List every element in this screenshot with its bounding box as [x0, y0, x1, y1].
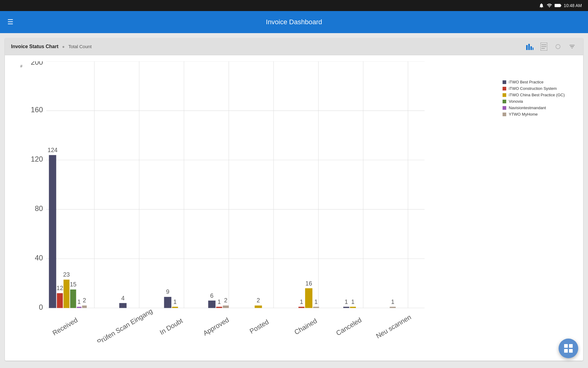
- chart-card: Invoice Status Chart ● Total Count: [5, 38, 583, 361]
- battery-icon: [555, 3, 561, 8]
- list-view-button[interactable]: [539, 42, 549, 52]
- svg-text:1: 1: [315, 298, 318, 305]
- title-separator: ●: [62, 44, 65, 49]
- legend-item-1: iTWO Construction System: [503, 86, 565, 91]
- svg-text:200: 200: [31, 61, 43, 66]
- svg-text:15: 15: [70, 281, 77, 288]
- svg-text:2: 2: [83, 297, 86, 304]
- clock: 10:48 AM: [564, 3, 582, 8]
- y-axis-hash-label: #: [20, 64, 22, 68]
- svg-rect-77: [503, 80, 506, 84]
- svg-rect-49: [172, 307, 178, 308]
- svg-rect-78: [503, 87, 506, 90]
- svg-rect-52: [208, 301, 216, 308]
- svg-text:160: 160: [31, 105, 43, 114]
- svg-text:0: 0: [39, 303, 43, 311]
- chart-header-right: [525, 42, 577, 52]
- legend-label-5: YTWO MyHome: [509, 112, 538, 117]
- svg-text:1: 1: [391, 298, 394, 305]
- svg-text:40: 40: [35, 254, 43, 262]
- svg-text:6: 6: [210, 292, 213, 299]
- svg-rect-66: [313, 307, 319, 308]
- svg-text:Approved: Approved: [202, 316, 230, 337]
- legend-item-4: Navisiontestmandant: [503, 105, 565, 110]
- svg-rect-81: [503, 106, 506, 110]
- svg-text:124: 124: [47, 147, 58, 153]
- main-content: Invoice Status Chart ● Total Count: [0, 33, 588, 368]
- notification-icon: [539, 3, 544, 8]
- svg-rect-5: [533, 48, 533, 50]
- svg-rect-64: [305, 288, 312, 308]
- legend-label-3: Vonovia: [509, 99, 523, 104]
- svg-text:4: 4: [121, 294, 125, 301]
- svg-text:120: 120: [31, 155, 43, 163]
- wifi-icon: [547, 3, 552, 8]
- svg-rect-39: [77, 307, 81, 308]
- chart-area: #: [5, 55, 583, 361]
- svg-text:Neu scannen: Neu scannen: [375, 313, 413, 340]
- legend-item-5: YTWO MyHome: [503, 112, 565, 117]
- bar-chart-view-button[interactable]: [525, 42, 535, 52]
- legend-label-0: iTWO Best Practice: [509, 80, 543, 84]
- svg-rect-2: [526, 45, 528, 50]
- svg-rect-79: [503, 93, 506, 97]
- dot-button[interactable]: [553, 42, 563, 52]
- svg-text:23: 23: [63, 271, 70, 278]
- legend-label-2: iTWO China Best Practice (GC): [509, 93, 565, 97]
- svg-text:80: 80: [35, 204, 43, 213]
- svg-rect-71: [350, 307, 356, 308]
- svg-rect-62: [299, 307, 305, 308]
- svg-rect-74: [390, 307, 396, 308]
- legend-label-1: iTWO Construction System: [509, 86, 557, 91]
- svg-rect-4: [530, 46, 532, 50]
- svg-rect-56: [223, 305, 229, 308]
- chart-title: Invoice Status Chart: [11, 44, 58, 49]
- svg-rect-1: [561, 5, 561, 6]
- svg-text:Received: Received: [51, 316, 79, 337]
- svg-rect-54: [216, 307, 222, 308]
- svg-rect-44: [119, 303, 126, 308]
- svg-rect-84: [569, 344, 573, 348]
- status-icons: 10:48 AM: [539, 3, 582, 8]
- bar-chart-svg: 0 40 80 120 160 200 124 12 23 15: [26, 61, 574, 342]
- svg-rect-37: [70, 289, 76, 308]
- svg-text:16: 16: [305, 280, 312, 286]
- svg-text:In Doubt: In Doubt: [158, 317, 184, 336]
- svg-rect-80: [503, 100, 506, 103]
- svg-text:1: 1: [173, 298, 177, 305]
- legend-item-3: Vonovia: [503, 99, 565, 104]
- menu-button[interactable]: ☰: [7, 18, 13, 26]
- legend-item-0: iTWO Best Practice: [503, 80, 565, 84]
- svg-text:1: 1: [300, 298, 303, 305]
- svg-rect-0: [555, 4, 560, 7]
- svg-point-10: [556, 44, 560, 49]
- svg-rect-33: [57, 293, 63, 308]
- fab-button[interactable]: [559, 339, 578, 358]
- svg-text:12: 12: [57, 285, 63, 291]
- svg-text:Prüfen Scan Eingang: Prüfen Scan Eingang: [96, 307, 154, 342]
- svg-text:1: 1: [351, 298, 355, 305]
- svg-rect-41: [82, 305, 87, 308]
- svg-rect-85: [564, 349, 568, 353]
- svg-rect-86: [569, 349, 573, 353]
- svg-rect-31: [49, 155, 56, 308]
- svg-text:9: 9: [166, 288, 169, 295]
- svg-text:Chained: Chained: [293, 317, 318, 336]
- chart-subtitle: Total Count: [68, 44, 92, 49]
- svg-rect-47: [164, 297, 172, 308]
- chart-legend: iTWO Best Practice iTWO Construction Sys…: [503, 80, 565, 117]
- legend-label-4: Navisiontestmandant: [509, 105, 546, 110]
- svg-text:2: 2: [224, 297, 228, 304]
- filter-button[interactable]: [567, 42, 577, 52]
- legend-item-2: iTWO China Best Practice (GC): [503, 93, 565, 97]
- svg-text:1: 1: [345, 298, 348, 305]
- svg-rect-69: [343, 307, 349, 308]
- svg-text:2: 2: [257, 297, 260, 304]
- chart-header-left: Invoice Status Chart ● Total Count: [11, 44, 92, 49]
- svg-text:1: 1: [77, 298, 81, 305]
- svg-rect-3: [528, 44, 530, 50]
- svg-text:Canceled: Canceled: [335, 316, 363, 337]
- page-title: Invoice Dashboard: [266, 18, 322, 26]
- svg-text:Posted: Posted: [248, 318, 270, 335]
- svg-text:1: 1: [217, 298, 221, 305]
